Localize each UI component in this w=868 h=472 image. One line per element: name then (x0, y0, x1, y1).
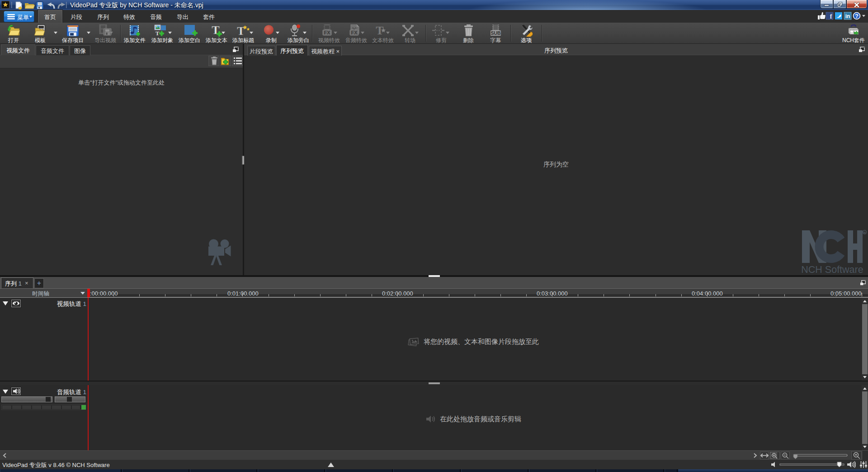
svg-text:FX: FX (351, 30, 358, 35)
svg-text:R: R (863, 231, 866, 235)
svg-text:?: ? (855, 13, 859, 19)
svg-text:FX: FX (324, 30, 330, 35)
svg-text:f: f (830, 13, 832, 20)
svg-text:T: T (237, 24, 245, 37)
svg-text:in: in (845, 13, 850, 19)
svg-text:T: T (156, 30, 160, 37)
svg-text:NCH Software: NCH Software (801, 264, 863, 275)
svg-text:SUB: SUB (491, 30, 501, 36)
